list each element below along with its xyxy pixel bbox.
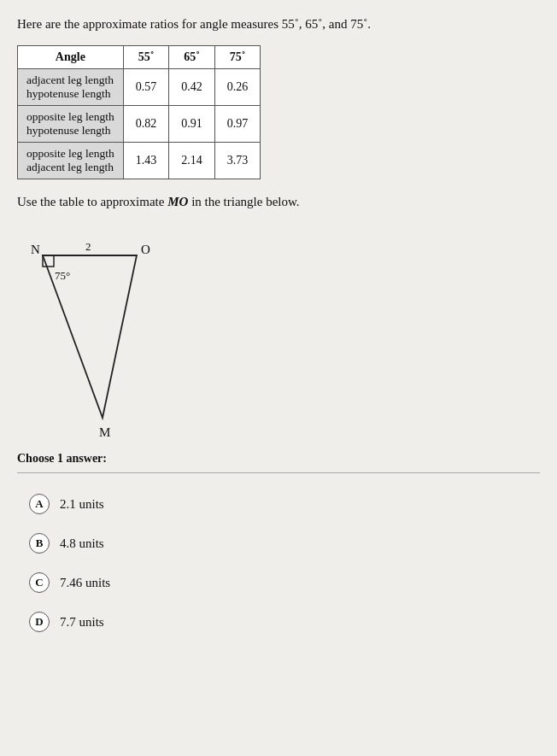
table-row: opposite leg lengthadjacent leg length 1… — [18, 143, 261, 179]
answer-option-a[interactable]: A 2.1 units — [17, 485, 540, 523]
mo-variable: MO — [167, 195, 188, 208]
answer-letter-d: D — [29, 612, 50, 632]
answer-text-c: 7.46 units — [60, 576, 110, 590]
svg-text:O: O — [141, 243, 150, 256]
answer-option-b[interactable]: B 4.8 units — [17, 525, 540, 562]
row-v3-1: 0.97 — [214, 106, 261, 143]
row-v3-0: 0.26 — [214, 69, 261, 106]
answer-letter-b: B — [29, 533, 50, 554]
use-text: Use the table to approximate MO in the t… — [17, 195, 540, 209]
row-v3-2: 3.73 — [214, 143, 261, 179]
answer-letter-a: A — [29, 494, 50, 514]
row-label-1: opposite leg lengthhypotenuse length — [18, 106, 124, 143]
ratio-table: Angle 55˚ 65˚ 75˚ adjacent leg lengthhyp… — [17, 45, 261, 179]
triangle-diagram: N O M 2 75° — [17, 221, 290, 443]
answer-letter-c: C — [29, 572, 50, 593]
intro-text: Here are the approximate ratios for angl… — [17, 15, 540, 33]
answer-option-d[interactable]: D 7.7 units — [17, 603, 540, 641]
row-v1-0: 0.57 — [123, 69, 169, 106]
col3-header: 75˚ — [214, 46, 261, 69]
col2-header: 65˚ — [169, 46, 215, 69]
answer-text-b: 4.8 units — [60, 536, 104, 551]
row-v2-0: 0.42 — [169, 69, 215, 106]
row-label-0: adjacent leg lengthhypotenuse length — [18, 69, 124, 106]
svg-text:75°: 75° — [55, 269, 70, 282]
col1-header: 55˚ — [123, 46, 169, 69]
row-label-2: opposite leg lengthadjacent leg length — [18, 143, 124, 179]
answer-text-a: 2.1 units — [60, 497, 104, 512]
row-v1-2: 1.43 — [123, 143, 169, 179]
answer-text-d: 7.7 units — [60, 615, 104, 630]
table-row: opposite leg lengthhypotenuse length 0.8… — [18, 106, 261, 143]
svg-text:N: N — [31, 243, 40, 256]
row-v2-1: 0.91 — [169, 106, 215, 143]
row-v1-1: 0.82 — [123, 106, 169, 143]
svg-text:2: 2 — [85, 240, 91, 253]
divider — [17, 472, 540, 473]
answer-option-c[interactable]: C 7.46 units — [17, 564, 540, 601]
row-v2-2: 2.14 — [169, 143, 215, 179]
table-row: adjacent leg lengthhypotenuse length 0.5… — [18, 69, 261, 106]
svg-text:M: M — [99, 425, 110, 439]
angle-header: Angle — [18, 46, 124, 69]
choose-label: Choose 1 answer: — [17, 452, 540, 466]
answers-container: A 2.1 units B 4.8 units C 7.46 units D 7… — [17, 485, 540, 641]
